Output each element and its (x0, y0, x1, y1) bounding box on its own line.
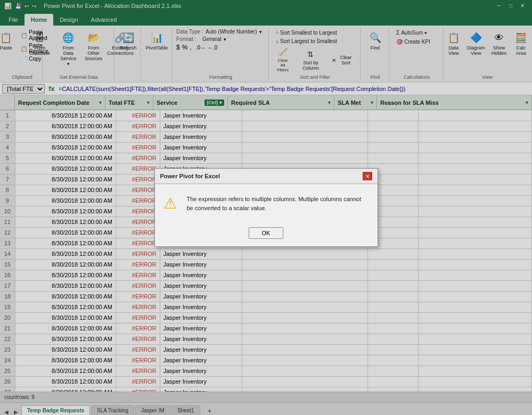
dialog-close-button[interactable]: ✕ (363, 172, 372, 180)
warning-icon: ⚠ (163, 195, 181, 212)
dialog-footer: OK (155, 223, 378, 246)
dialog-title: Power Pivot for Excel (160, 173, 220, 179)
dialog-message: The expression refers to multiple column… (187, 195, 369, 212)
dialog-overlay: Power Pivot for Excel ✕ ⚠ The expression… (0, 0, 532, 415)
dialog-ok-button[interactable]: OK (249, 227, 284, 239)
dialog-title-bar: Power Pivot for Excel ✕ (155, 169, 378, 184)
dialog-body: ⚠ The expression refers to multiple colu… (155, 184, 378, 223)
error-dialog: Power Pivot for Excel ✕ ⚠ The expression… (154, 168, 378, 247)
